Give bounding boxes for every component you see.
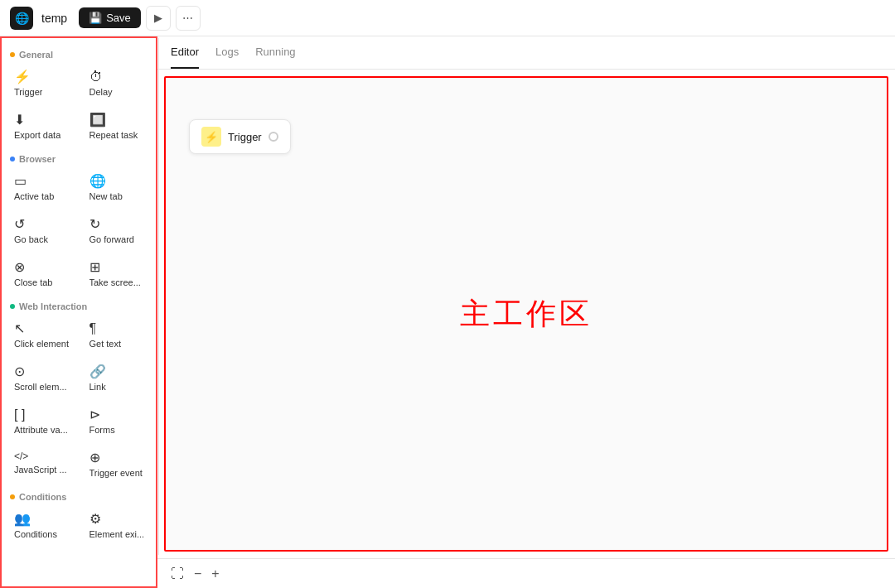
delay-icon: ⏱	[90, 70, 103, 84]
element-exists-icon: ⚙	[90, 513, 101, 526]
section-conditions-label: Conditions	[7, 487, 153, 505]
sidebar-item-get-text[interactable]: ¶ Get text	[82, 315, 154, 354]
sidebar-item-delay[interactable]: ⏱ Delay	[82, 63, 154, 103]
sidebar-item-attribute-value[interactable]: [ ] Attribute va...	[7, 401, 79, 441]
get-text-icon: ¶	[90, 322, 97, 335]
section-general-label: General	[7, 45, 153, 63]
tab-logs[interactable]: Logs	[215, 36, 239, 69]
save-button[interactable]: 💾 Save	[79, 7, 141, 28]
trigger-node-icon: ⚡	[205, 131, 218, 143]
sidebar-item-scroll-element[interactable]: ⊙ Scroll elem...	[7, 358, 79, 398]
forms-icon: ⊳	[90, 408, 100, 422]
canvas-watermark: 主工作区	[460, 294, 593, 335]
sidebar-item-forms[interactable]: ⊳ Forms	[82, 401, 154, 441]
save-icon: 💾	[89, 12, 102, 24]
link-icon: 🔗	[90, 365, 106, 378]
sidebar-item-element-exists[interactable]: ⚙ Element exi...	[82, 505, 154, 545]
webinteraction-items: ↖ Click element ¶ Get text ⊙ Scroll elem…	[7, 315, 153, 484]
sidebar-scroll: General ⚡ Trigger ⏱ Delay ⬇ Export data …	[2, 38, 159, 555]
sidebar-item-export-data[interactable]: ⬇ Export data	[7, 106, 79, 146]
section-webinteraction-label: Web Interaction	[7, 296, 153, 315]
trigger-icon: ⚡	[14, 70, 31, 84]
sidebar-item-take-screenshot[interactable]: ⊞ Take scree...	[82, 253, 154, 293]
trigger-node[interactable]: ⚡ Trigger	[189, 119, 291, 154]
active-tab-icon: ▭	[14, 175, 27, 188]
app-logo: 🌐	[10, 7, 33, 30]
zoom-in-icon[interactable]: +	[211, 566, 219, 581]
main-layout: General ⚡ Trigger ⏱ Delay ⬇ Export data …	[0, 36, 895, 588]
bottom-toolbar: ⛶ − +	[157, 558, 895, 588]
sidebar-item-go-forward[interactable]: ↻ Go forward	[82, 210, 154, 250]
general-items: ⚡ Trigger ⏱ Delay ⬇ Export data 🔲 Repeat…	[7, 63, 153, 146]
tab-editor[interactable]: Editor	[171, 36, 199, 69]
sidebar: General ⚡ Trigger ⏱ Delay ⬇ Export data …	[0, 36, 157, 588]
conditions-icon: 👥	[14, 513, 31, 526]
sidebar-item-trigger-event[interactable]: ⊕ Trigger event	[82, 444, 154, 484]
take-screenshot-icon: ⊞	[90, 261, 100, 274]
run-button[interactable]: ▶	[146, 6, 171, 31]
scroll-element-icon: ⊙	[14, 365, 25, 378]
browser-items: ▭ Active tab 🌐 New tab ↺ Go back ↻ Go fo…	[7, 167, 153, 293]
topbar-actions: 💾 Save ▶ ⋯	[79, 6, 201, 31]
expand-icon[interactable]: ⛶	[171, 566, 184, 581]
trigger-node-label: Trigger	[228, 131, 262, 143]
general-dot	[10, 52, 15, 57]
section-browser-label: Browser	[7, 149, 153, 167]
sidebar-item-repeat-task[interactable]: 🔲 Repeat task	[82, 106, 154, 146]
sidebar-item-go-back[interactable]: ↺ Go back	[7, 210, 79, 250]
export-data-icon: ⬇	[14, 113, 25, 127]
close-tab-icon: ⊗	[14, 261, 25, 274]
conditions-items: 👥 Conditions ⚙ Element exi...	[7, 505, 153, 545]
trigger-node-icon-wrap: ⚡	[201, 127, 221, 147]
sidebar-item-conditions[interactable]: 👥 Conditions	[7, 505, 79, 545]
javascript-icon: </>	[14, 451, 28, 461]
repeat-task-icon: 🔲	[90, 113, 106, 127]
tabs-bar: Editor Logs Running	[157, 36, 895, 70]
sidebar-item-trigger[interactable]: ⚡ Trigger	[7, 63, 79, 103]
trigger-event-icon: ⊕	[90, 451, 100, 465]
conditions-dot	[10, 494, 15, 499]
go-forward-icon: ↻	[90, 218, 100, 231]
browser-dot	[10, 157, 15, 161]
sidebar-item-click-element[interactable]: ↖ Click element	[7, 315, 79, 354]
attribute-value-icon: [ ]	[14, 408, 25, 422]
app-title: temp	[41, 12, 67, 25]
sidebar-item-active-tab[interactable]: ▭ Active tab	[7, 167, 79, 207]
click-element-icon: ↖	[14, 322, 25, 335]
sidebar-item-new-tab[interactable]: 🌐 New tab	[82, 167, 154, 207]
topbar: 🌐 temp 💾 Save ▶ ⋯	[0, 0, 895, 36]
trigger-node-connector[interactable]	[268, 132, 278, 142]
go-back-icon: ↺	[14, 218, 25, 231]
zoom-out-icon[interactable]: −	[194, 566, 201, 581]
webinteraction-dot	[10, 304, 15, 309]
new-tab-icon: 🌐	[90, 175, 106, 188]
sidebar-item-javascript[interactable]: </> JavaScript ...	[7, 444, 79, 484]
sidebar-item-link[interactable]: 🔗 Link	[82, 358, 154, 398]
canvas-area: ⚡ Trigger 主工作区	[164, 76, 888, 552]
tab-running[interactable]: Running	[255, 36, 295, 69]
more-options-button[interactable]: ⋯	[176, 6, 201, 31]
sidebar-item-close-tab[interactable]: ⊗ Close tab	[7, 253, 79, 293]
content-area: Editor Logs Running ⚡ Trigger 主工作区 ⛶ − +	[157, 36, 895, 588]
